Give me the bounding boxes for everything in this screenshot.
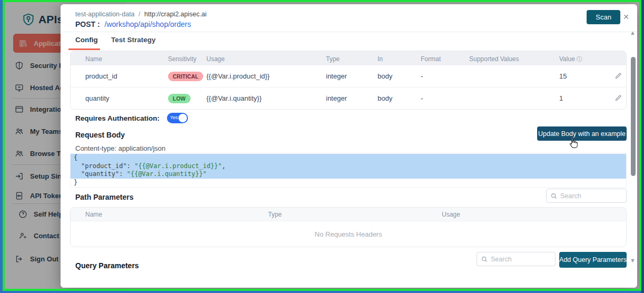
- request-body-editor[interactable]: { "product_id": "{{@Var.i.product_id}}",…: [70, 153, 627, 188]
- mouse-cursor-hand-icon: [567, 137, 579, 150]
- endpoint-config-modal: test-application-data / http://crapi2.ap…: [61, 4, 637, 288]
- param-in: body: [378, 72, 421, 80]
- col-usage: Usage: [206, 51, 326, 63]
- requires-authentication-label: Requires Authentication:: [75, 114, 160, 122]
- search-icon: [481, 256, 488, 263]
- empty-state-text: No Requests Headers: [71, 221, 626, 247]
- table-row: product_id CRITICAL {{@Var.i.product_id}…: [71, 65, 626, 87]
- param-type: integer: [326, 94, 378, 102]
- param-value: 15: [559, 72, 615, 80]
- screenshot-viewport: APIsec Applications Security Hub Hosted …: [0, 0, 644, 293]
- right-edge-strip: [641, 0, 644, 293]
- param-name: product_id: [71, 72, 168, 80]
- search-input[interactable]: [560, 189, 624, 202]
- search-icon: [550, 192, 558, 200]
- content-type-label: Content-type: application/json: [75, 144, 165, 152]
- endpoint-path: /workshop/api/shop/orders: [105, 20, 191, 28]
- parameters-table: Name Sensitivity Usage Type In Format Su…: [70, 51, 627, 110]
- col-type: Type: [326, 51, 378, 63]
- left-edge-strip: [0, 0, 3, 293]
- param-format: -: [421, 94, 469, 102]
- auth-toggle-label: Yes: [170, 115, 178, 120]
- endpoint-title: POST : /workshop/api/shop/orders: [75, 20, 191, 28]
- sensitivity-badge: CRITICAL: [168, 72, 203, 81]
- auth-toggle-knob: [179, 114, 187, 122]
- col-value: Valueⓘ: [559, 51, 615, 63]
- query-parameters-title: Query Parameters: [75, 261, 139, 270]
- breadcrumb: test-application-data / http://crapi2.ap…: [75, 11, 206, 18]
- code-line: }: [71, 179, 626, 187]
- code-line: {: [71, 154, 626, 162]
- param-value: 1: [559, 94, 615, 102]
- breadcrumb-app[interactable]: test-application-data: [75, 11, 135, 18]
- update-body-button[interactable]: Update Body with an example: [537, 126, 627, 141]
- sensitivity-badge: LOW: [168, 94, 191, 103]
- add-query-parameters-button[interactable]: Add Query Parameters: [559, 252, 627, 268]
- header-divider: [61, 32, 637, 32]
- http-method: POST :: [75, 20, 100, 28]
- col-format: Format: [421, 51, 469, 63]
- param-format: -: [421, 72, 469, 80]
- scrollbar-thumb[interactable]: [631, 57, 636, 176]
- col-in: In: [378, 51, 421, 63]
- path-parameters-table-header: Name Type Usage: [71, 208, 626, 221]
- edit-icon[interactable]: [615, 72, 627, 81]
- breadcrumb-separator: /: [136, 11, 142, 18]
- breadcrumb-host: http://crapi2.apisec.ai: [144, 11, 206, 18]
- scroll-up-icon[interactable]: ▲: [630, 30, 636, 36]
- active-tab-underline: [68, 48, 100, 50]
- param-name: quantity: [71, 94, 168, 102]
- path-parameters-table: Name Type Usage No Requests Headers: [70, 207, 627, 247]
- tab-config[interactable]: Config: [75, 36, 98, 44]
- path-parameters-title: Path Parameters: [75, 193, 134, 201]
- code-line: "product_id": "{{@Var.i.product_id}}",: [71, 162, 626, 171]
- col-name: Name: [71, 211, 268, 218]
- col-supported-values: Supported Values: [469, 51, 559, 63]
- col-sensitivity: Sensitivity: [168, 51, 206, 63]
- param-in: body: [378, 94, 421, 102]
- table-row: quantity LOW {{@Var.i.quantity}} integer…: [71, 87, 626, 109]
- col-usage: Usage: [442, 211, 626, 218]
- request-body-title: Request Body: [75, 131, 125, 139]
- tab-test-strategy[interactable]: Test Strategy: [111, 36, 156, 44]
- auth-toggle[interactable]: Yes: [167, 113, 188, 123]
- query-parameters-search: [477, 252, 556, 266]
- info-icon: ⓘ: [577, 56, 582, 62]
- param-type: integer: [326, 72, 378, 80]
- parameters-table-header: Name Sensitivity Usage Type In Format Su…: [71, 51, 626, 65]
- bottom-edge-strip: [0, 290, 644, 293]
- col-name: Name: [71, 51, 168, 63]
- scan-button[interactable]: Scan: [587, 10, 620, 24]
- close-icon[interactable]: ×: [620, 11, 632, 23]
- edit-icon[interactable]: [615, 94, 627, 103]
- param-usage: {{@Var.i.quantity}}: [206, 94, 326, 102]
- code-line: "quantity": "{{@Var.i.quantity}}": [71, 170, 626, 179]
- search-input[interactable]: [491, 252, 553, 266]
- param-usage: {{@Var.i.product_id}}: [206, 72, 326, 80]
- scroll-down-icon[interactable]: ▼: [630, 257, 636, 263]
- col-type: Type: [268, 211, 442, 218]
- requires-authentication-row: Requires Authentication: Yes: [75, 113, 188, 123]
- path-parameters-search: [546, 189, 627, 203]
